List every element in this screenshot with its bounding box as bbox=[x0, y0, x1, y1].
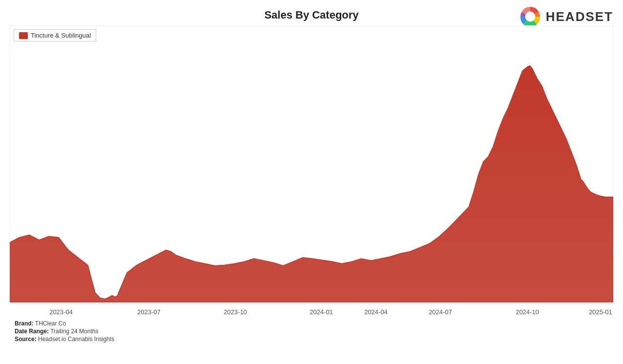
headset-logo-icon bbox=[519, 5, 542, 28]
chart-title: Sales By Category bbox=[264, 9, 358, 21]
x-label-2024-10: 2024-10 bbox=[516, 308, 539, 316]
date-range-label: Date Range: bbox=[15, 328, 49, 335]
x-label-2023-10: 2023-10 bbox=[224, 308, 247, 316]
x-label-2023-07: 2023-07 bbox=[137, 308, 161, 316]
x-label-2025-01: 2025-01 bbox=[589, 308, 612, 316]
brand-label: Brand: bbox=[15, 320, 34, 327]
chart-footer: Brand: THClear Co Date Range: Trailing 2… bbox=[0, 318, 623, 346]
page-container: Sales By Category HEADSET Tincture & Sub bbox=[0, 0, 623, 364]
chart-legend: Tincture & Sublingual bbox=[14, 29, 96, 41]
source-value: Headset.io Cannabis Insights bbox=[38, 336, 114, 343]
chart-area: Tincture & Sublingual 2023-04 2023-07 bbox=[10, 25, 613, 318]
footer-source: Source: Headset.io Cannabis Insights bbox=[15, 336, 608, 343]
footer-brand: Brand: THClear Co bbox=[15, 320, 608, 327]
logo-text: HEADSET bbox=[546, 9, 613, 24]
legend-color-tincture bbox=[19, 32, 28, 39]
chart-header: Sales By Category HEADSET bbox=[0, 0, 623, 25]
x-label-2024-01: 2024-01 bbox=[310, 308, 333, 316]
x-label-2024-04: 2024-04 bbox=[364, 308, 388, 316]
x-label-2023-04: 2023-04 bbox=[49, 308, 73, 316]
svg-point-1 bbox=[525, 12, 535, 22]
chart-svg: 2023-04 2023-07 2023-10 2024-01 2024-04 … bbox=[10, 25, 613, 318]
date-range-value: Trailing 24 Months bbox=[50, 328, 98, 335]
source-label: Source: bbox=[15, 336, 37, 343]
logo-area: HEADSET bbox=[519, 5, 613, 28]
legend-label-tincture: Tincture & Sublingual bbox=[31, 32, 91, 39]
footer-date-range: Date Range: Trailing 24 Months bbox=[15, 328, 608, 335]
x-label-2024-07: 2024-07 bbox=[429, 308, 452, 316]
brand-value: THClear Co bbox=[35, 320, 66, 327]
